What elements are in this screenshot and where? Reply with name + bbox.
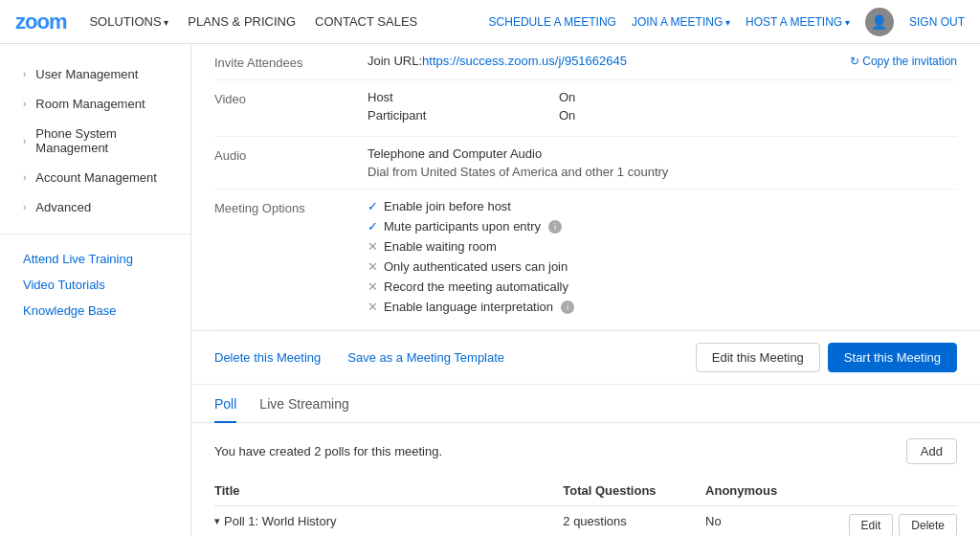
cross-icon: ✕ (368, 259, 378, 274)
nav-plans-pricing[interactable]: PLANS & PRICING (188, 14, 296, 29)
video-value: Host On Participant On (368, 90, 957, 126)
participant-video-val: On (559, 108, 575, 123)
main-nav: SOLUTIONS PLANS & PRICING CONTACT SALES (89, 14, 488, 29)
poll-header-row: Title Total Questions Anonymous (214, 476, 957, 506)
poll-questions-cell: 2 questions (563, 506, 705, 537)
sidebar-link-video-tutorials[interactable]: Video Tutorials (0, 272, 190, 298)
arrow-icon: › (23, 172, 26, 183)
logo: zoom (15, 10, 66, 34)
sidebar-item-phone-system[interactable]: › Phone System Management (0, 119, 190, 163)
tab-live-streaming[interactable]: Live Streaming (259, 385, 348, 423)
arrow-icon: › (23, 99, 26, 109)
schedule-meeting-link[interactable]: SCHEDULE A MEETING (489, 15, 616, 29)
nav-solutions[interactable]: SOLUTIONS (89, 14, 168, 29)
option-mute-participants: ✓ Mute participants upon entry i (368, 219, 957, 234)
option-record-automatically: ✕ Record the meeting automatically (368, 279, 957, 294)
sidebar-item-user-management[interactable]: › User Management (0, 59, 190, 89)
option-text: Enable waiting room (384, 239, 497, 254)
sidebar-item-account-management[interactable]: › Account Management (0, 163, 190, 192)
option-authenticated-users: ✕ Only authenticated users can join (368, 259, 957, 274)
poll-anonymous-cell: No (705, 506, 849, 537)
invite-attendees-value: Join URL: https://success.zoom.us/j/9516… (368, 54, 957, 68)
join-url-prefix: Join URL: (368, 54, 422, 68)
copy-invitation-text: Copy the invitation (862, 55, 957, 68)
check-icon: ✓ (368, 219, 378, 234)
poll-row-title: ▾ Poll 1: World History (214, 514, 563, 528)
invite-row: Join URL: https://success.zoom.us/j/9516… (368, 54, 957, 68)
delete-meeting-link[interactable]: Delete this Meeting (214, 350, 321, 365)
option-text: Mute participants upon entry (384, 219, 541, 234)
host-meeting-link[interactable]: HOST A MEETING (746, 15, 850, 29)
avatar[interactable]: 👤 (865, 8, 894, 36)
arrow-icon: › (23, 202, 26, 212)
poll-row-actions: Edit Delete (849, 514, 957, 536)
poll-info-bar: You have created 2 polls for this meetin… (214, 438, 957, 464)
sidebar-link-live-training[interactable]: Attend Live Training (0, 246, 190, 272)
sidebar-divider (0, 234, 190, 234)
option-text: Enable join before host (384, 199, 511, 213)
arrow-icon: › (23, 69, 26, 79)
invite-attendees-row: Invite Attendees Join URL: https://succe… (214, 44, 957, 80)
option-waiting-room: ✕ Enable waiting room (368, 239, 957, 254)
cross-icon: ✕ (368, 239, 378, 254)
poll-title-text: Poll 1: World History (224, 514, 337, 528)
poll-actions-cell: Edit Delete (849, 506, 957, 537)
edit-meeting-button[interactable]: Edit this Meeting (696, 343, 820, 372)
header-right: SCHEDULE A MEETING JOIN A MEETING HOST A… (489, 8, 965, 36)
tab-poll[interactable]: Poll (214, 385, 236, 423)
host-label: Host (368, 90, 482, 104)
cross-icon: ✕ (368, 300, 378, 314)
poll-table-body: ▾ Poll 1: World History 2 questions No E… (214, 506, 957, 537)
option-language-interpretation: ✕ Enable language interpretation i (368, 300, 957, 314)
arrow-icon: › (23, 136, 26, 146)
join-meeting-link[interactable]: JOIN A MEETING (632, 15, 730, 29)
info-icon[interactable]: i (548, 220, 562, 234)
col-total-questions: Total Questions (563, 476, 705, 506)
poll-edit-button[interactable]: Edit (849, 514, 894, 536)
sidebar: › User Management › Room Management › Ph… (0, 44, 191, 536)
sidebar-label-account-management: Account Management (35, 170, 156, 185)
sidebar-item-advanced[interactable]: › Advanced (0, 192, 190, 222)
refresh-icon: ↻ (850, 55, 859, 68)
host-video-val: On (559, 90, 575, 104)
poll-table: Title Total Questions Anonymous ▾ Poll 1… (214, 476, 957, 536)
header: zoom SOLUTIONS PLANS & PRICING CONTACT S… (0, 0, 980, 44)
poll-info-text: You have created 2 polls for this meetin… (214, 444, 442, 458)
join-url-link[interactable]: https://success.zoom.us/j/951662645 (422, 54, 627, 68)
col-actions (849, 476, 957, 506)
audio-sub-text: Dial from United States of America and o… (368, 165, 957, 179)
tabs-bar: Poll Live Streaming (191, 385, 980, 423)
sign-out-link[interactable]: SIGN OUT (909, 15, 965, 29)
start-meeting-button[interactable]: Start this Meeting (828, 343, 957, 372)
sidebar-label-room-management: Room Management (35, 97, 145, 111)
copy-invitation-link[interactable]: ↻ Copy the invitation (835, 55, 957, 68)
sidebar-link-knowledge-base[interactable]: Knowledge Base (0, 298, 190, 324)
poll-title-cell: ▾ Poll 1: World History (214, 506, 563, 537)
option-text: Only authenticated users can join (384, 259, 568, 274)
option-enable-join-before-host: ✓ Enable join before host (368, 199, 957, 213)
cross-icon: ✕ (368, 279, 378, 294)
poll-expand-arrow[interactable]: ▾ (214, 515, 220, 527)
col-anonymous: Anonymous (705, 476, 849, 506)
participant-label: Participant (368, 108, 482, 123)
option-text: Record the meeting automatically (384, 279, 568, 294)
actions-bar: Delete this Meeting Save as a Meeting Te… (191, 330, 980, 385)
poll-delete-button[interactable]: Delete (899, 514, 957, 536)
host-video-row: Host On (368, 90, 957, 104)
meeting-options-row: Meeting Options ✓ Enable join before hos… (214, 190, 957, 330)
logo-text[interactable]: zoom (15, 10, 66, 34)
meeting-options-value: ✓ Enable join before host ✓ Mute partici… (368, 199, 957, 320)
sidebar-label-user-management: User Management (35, 67, 138, 81)
option-text: Enable language interpretation (384, 300, 553, 314)
info-icon[interactable]: i (561, 301, 574, 314)
add-poll-button[interactable]: Add (906, 438, 957, 464)
sidebar-label-advanced: Advanced (35, 200, 91, 214)
nav-contact-sales[interactable]: CONTACT SALES (315, 14, 417, 29)
save-template-link[interactable]: Save as a Meeting Template (347, 350, 504, 365)
poll-table-head: Title Total Questions Anonymous (214, 476, 957, 506)
meeting-details-table: Invite Attendees Join URL: https://succe… (191, 44, 980, 330)
sidebar-item-room-management[interactable]: › Room Management (0, 89, 190, 119)
page-layout: › User Management › Room Management › Ph… (0, 44, 980, 536)
meeting-options-label: Meeting Options (214, 199, 368, 215)
check-icon: ✓ (368, 199, 378, 213)
